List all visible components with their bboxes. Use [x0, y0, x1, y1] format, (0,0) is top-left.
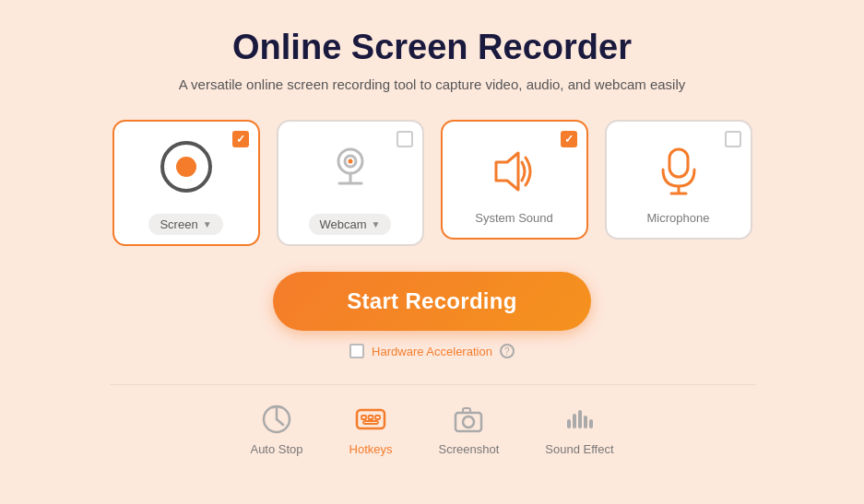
system-sound-icon: [487, 144, 542, 199]
page-subtitle: A versatile online screen recording tool…: [179, 76, 686, 92]
webcam-icon-area: [318, 135, 383, 199]
microphone-checkbox[interactable]: [725, 131, 741, 147]
svg-rect-15: [375, 416, 380, 419]
options-row: Screen ▼ Webcam ▼: [112, 120, 752, 246]
option-system-sound[interactable]: System Sound: [441, 120, 588, 240]
hardware-help-icon[interactable]: ?: [500, 344, 515, 358]
option-microphone[interactable]: Microphone: [605, 120, 752, 240]
svg-line-11: [277, 419, 283, 425]
svg-rect-23: [589, 419, 593, 428]
screen-dropdown-label: Screen: [160, 217, 197, 231]
tool-auto-stop[interactable]: Auto Stop: [250, 402, 302, 456]
svg-rect-19: [567, 419, 571, 428]
option-screen[interactable]: Screen ▼: [112, 120, 260, 246]
sound-effect-icon: [562, 402, 597, 437]
svg-rect-14: [369, 416, 373, 419]
webcam-checkbox[interactable]: [396, 131, 413, 147]
screenshot-label: Screenshot: [439, 442, 500, 456]
svg-marker-5: [496, 153, 518, 190]
auto-stop-label: Auto Stop: [250, 442, 302, 456]
hardware-acceleration-row: Hardware Acceleration ?: [349, 344, 515, 358]
option-webcam[interactable]: Webcam ▼: [277, 120, 424, 246]
system-sound-icon-area: [482, 139, 547, 204]
microphone-icon-area: [646, 139, 711, 204]
microphone-label: Microphone: [647, 211, 710, 225]
svg-rect-6: [669, 149, 688, 177]
tool-sound-effect[interactable]: Sound Effect: [545, 402, 613, 456]
start-recording-button[interactable]: Start Recording: [273, 272, 591, 331]
screen-checkbox[interactable]: [232, 131, 249, 147]
auto-stop-icon: [259, 402, 294, 437]
webcam-dropdown-label: Webcam: [320, 217, 367, 231]
chevron-down-icon: ▼: [203, 219, 212, 229]
webcam-icon: [323, 141, 378, 193]
tool-hotkeys[interactable]: Hotkeys: [349, 402, 393, 456]
screen-icon-area: [154, 135, 219, 199]
svg-rect-20: [573, 414, 576, 428]
svg-rect-13: [361, 416, 366, 419]
svg-rect-21: [578, 410, 582, 428]
sound-effect-label: Sound Effect: [545, 442, 613, 456]
hardware-acceleration-label: Hardware Acceleration: [372, 345, 492, 358]
microphone-icon: [656, 144, 702, 199]
hardware-acceleration-checkbox[interactable]: [349, 344, 364, 358]
screen-record-dot: [176, 157, 196, 177]
chevron-down-icon: ▼: [372, 219, 381, 229]
tool-screenshot[interactable]: Screenshot: [439, 402, 500, 456]
svg-rect-22: [584, 416, 587, 428]
screenshot-icon: [451, 402, 486, 437]
svg-point-2: [348, 159, 352, 164]
hotkeys-label: Hotkeys: [349, 442, 393, 456]
bottom-tools: Auto Stop Hotkeys: [110, 384, 755, 456]
svg-rect-16: [363, 421, 378, 424]
system-sound-checkbox[interactable]: [561, 131, 577, 147]
screen-record-icon: [160, 141, 212, 193]
screen-dropdown[interactable]: Screen ▼: [148, 214, 222, 235]
system-sound-label: System Sound: [475, 211, 553, 225]
svg-point-18: [463, 416, 474, 428]
page-title: Online Screen Recorder: [232, 28, 632, 67]
hotkeys-icon: [353, 402, 388, 437]
webcam-dropdown[interactable]: Webcam ▼: [309, 214, 392, 235]
